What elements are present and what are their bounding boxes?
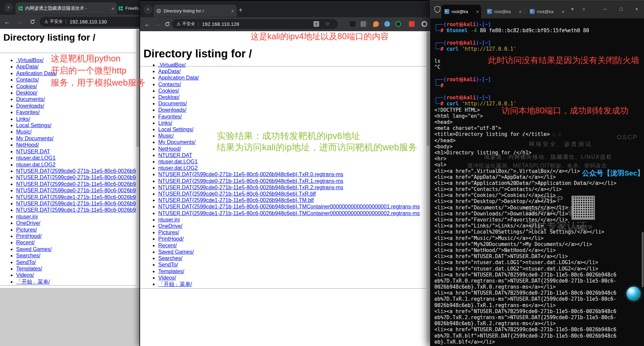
security-warning[interactable]: ⚠ 不安全 [172, 21, 198, 27]
extension-camera-icon[interactable] [360, 21, 366, 27]
directory-link[interactable]: OneDrive/ [16, 220, 40, 226]
directory-link[interactable]: ntuser.dat.LOG1 [158, 159, 198, 164]
directory-link[interactable]: My Documents/ [16, 136, 53, 141]
directory-link[interactable]: Cookies/ [16, 84, 37, 89]
new-tab-icon[interactable]: + [236, 6, 245, 14]
directory-link[interactable]: ntuser.dat.LOG2 [16, 162, 55, 167]
reload-icon[interactable] [28, 17, 37, 26]
directory-link[interactable]: ntuser.dat.LOG2 [158, 165, 198, 171]
directory-link[interactable]: My Documents/ [158, 139, 196, 145]
directory-link[interactable]: AppData/ [158, 68, 181, 74]
directory-link[interactable]: PrintHood/ [16, 233, 42, 239]
left-address-bar[interactable]: ⚠ 不安全 192.168.110.130 [40, 17, 139, 27]
extension-red-brick-icon[interactable] [409, 21, 415, 27]
directory-link[interactable]: NTUSER.DAT [16, 149, 50, 154]
back-icon[interactable]: ← [143, 20, 152, 29]
directory-link[interactable]: Contacts/ [158, 82, 181, 87]
directory-link[interactable]: NetHood/ [158, 146, 181, 152]
directory-link[interactable]: NTUSER.DAT [158, 152, 192, 158]
extension-pin-icon[interactable] [373, 21, 379, 27]
bookmark-star-icon[interactable]: ☆ [325, 20, 330, 27]
directory-link[interactable]: ntuser.dat.LOG1 [16, 155, 55, 161]
directory-link[interactable]: Local Settings/ [158, 127, 194, 132]
directory-link[interactable]: NTUSER.DAT{2599cde1-271b-11e5-80c6-0026b… [158, 204, 420, 209]
directory-link[interactable]: NetHood/ [16, 142, 39, 148]
terminal-tab-1[interactable]: >_ root@ka × [441, 5, 481, 18]
forward-icon[interactable]: → [15, 17, 24, 26]
directory-link[interactable]: Application Data/ [158, 75, 199, 81]
directory-link[interactable]: 「开始」菜单/ [158, 281, 192, 287]
directory-link[interactable]: NTUSER.DAT{2599cde1-271b-11e5-80c6-0026b… [16, 207, 139, 213]
directory-link[interactable]: Music/ [158, 133, 174, 139]
tab-close-icon[interactable]: × [519, 9, 522, 14]
directory-link[interactable]: NTUSER.DAT{2599cde0-271b-11e5-80c6-0026b… [16, 188, 139, 193]
directory-link[interactable]: NTUSER.DAT{2599cde1-271b-11e5-80c6-0026b… [158, 197, 314, 203]
directory-link[interactable]: AppData/ [16, 64, 39, 69]
directory-link[interactable]: Recent/ [158, 243, 177, 248]
directory-link[interactable]: Pictures/ [158, 230, 179, 235]
directory-link[interactable]: Downloads/ [16, 103, 44, 109]
directory-link[interactable]: NTUSER.DAT{2599cde0-271b-11e5-80c6-0026b… [158, 185, 343, 190]
directory-link[interactable]: SendTo/ [16, 259, 36, 265]
directory-link[interactable]: NTUSER.DAT{2599cde0-271b-11e5-80c6-0026b… [158, 178, 343, 184]
directory-link[interactable]: .VirtualBox/ [16, 57, 44, 63]
forward-icon[interactable]: → [153, 20, 162, 29]
terminal-tab-dropdown-icon[interactable]: ˅ [579, 3, 589, 15]
directory-link[interactable]: Desktop/ [158, 94, 179, 100]
terminal-scrollbar[interactable] [642, 232, 644, 287]
directory-link[interactable]: Cookies/ [158, 88, 179, 94]
back-icon[interactable]: ← [3, 17, 11, 26]
directory-link[interactable]: Templates/ [158, 268, 184, 274]
directory-link[interactable]: Local Settings/ [16, 122, 51, 128]
profile-avatar-icon[interactable] [422, 21, 427, 27]
middle-address-bar[interactable]: ⚠ 不安全 192.168.110.128 文 ☆ [172, 19, 338, 29]
tab-left-2[interactable]: FreeBuf网络安全行 [116, 2, 139, 14]
minimize-icon[interactable]: ─ [598, 3, 612, 15]
directory-link[interactable]: Videos/ [158, 275, 176, 281]
extension-green-ring-icon[interactable] [395, 21, 401, 27]
directory-link[interactable]: NTUSER.DAT{2599cde0-271b-11e5-80c6-0026b… [16, 175, 139, 180]
directory-link[interactable]: ntuser.ini [158, 217, 180, 223]
directory-link[interactable]: Favorites/ [16, 109, 40, 115]
directory-link[interactable]: Links/ [16, 116, 30, 122]
tab-close-icon[interactable]: × [476, 9, 479, 14]
tab-left-1[interactable]: 内网渗透之隐藏通信隧道技术 - × [15, 2, 117, 14]
directory-link[interactable]: Documents/ [16, 96, 45, 102]
directory-link[interactable]: Documents/ [158, 101, 187, 106]
directory-link[interactable]: Favorites/ [158, 114, 182, 119]
directory-link[interactable]: ntuser.ini [16, 214, 38, 219]
tab-close-icon[interactable]: × [231, 8, 234, 13]
directory-link[interactable]: Pictures/ [16, 227, 37, 233]
directory-link[interactable]: Saved Games/ [158, 249, 194, 255]
translate-icon[interactable]: 文 [313, 21, 319, 27]
directory-link[interactable]: Links/ [158, 120, 172, 126]
directory-link[interactable]: Downloads/ [158, 107, 186, 113]
terminal-tab-2[interactable]: >_ root@ka × [484, 5, 524, 18]
tab-middle[interactable]: Directory listing for / × [154, 5, 237, 17]
extension-hat-icon[interactable] [350, 21, 355, 27]
directory-link[interactable]: NTUSER.DAT{2599cde0-271b-11e5-80c6-0026b… [158, 191, 316, 197]
directory-link[interactable]: 「开始」菜单/ [16, 279, 50, 285]
extension-paw-icon[interactable] [384, 21, 390, 27]
tab-search-button[interactable]: ˅ [4, 3, 13, 12]
directory-link[interactable]: NTUSER.DAT{2599cde0-271b-11e5-80c6-0026b… [158, 171, 343, 177]
directory-link[interactable]: Templates/ [16, 266, 42, 271]
directory-link[interactable]: Videos/ [16, 272, 34, 278]
tab-search-button[interactable]: ˅ [143, 5, 153, 14]
security-warning[interactable]: ⚠ 不安全 [40, 19, 66, 24]
directory-link[interactable]: Music/ [16, 129, 32, 135]
middle-page-scrollbar[interactable] [426, 31, 430, 346]
directory-link[interactable]: PrintHood/ [158, 236, 184, 242]
directory-link[interactable]: Saved Games/ [16, 246, 52, 252]
terminal-tab-3[interactable]: >_ root@ka × [527, 5, 566, 18]
maximize-icon[interactable]: □ [614, 3, 629, 15]
directory-link[interactable]: Recent/ [16, 240, 35, 245]
directory-link[interactable]: SendTo/ [158, 262, 178, 267]
directory-link[interactable]: NTUSER.DAT{2599cde1-271b-11e5-80c6-0026b… [16, 201, 139, 206]
directory-link[interactable]: Desktop/ [16, 90, 37, 96]
directory-link[interactable]: NTUSER.DAT{2599cde1-271b-11e5-80c6-0026b… [158, 210, 420, 216]
directory-link[interactable]: Searches/ [158, 255, 182, 261]
reload-icon[interactable] [163, 20, 172, 29]
terminal-new-tab-icon[interactable]: + [567, 3, 577, 15]
directory-link[interactable]: OneDrive/ [158, 223, 182, 229]
